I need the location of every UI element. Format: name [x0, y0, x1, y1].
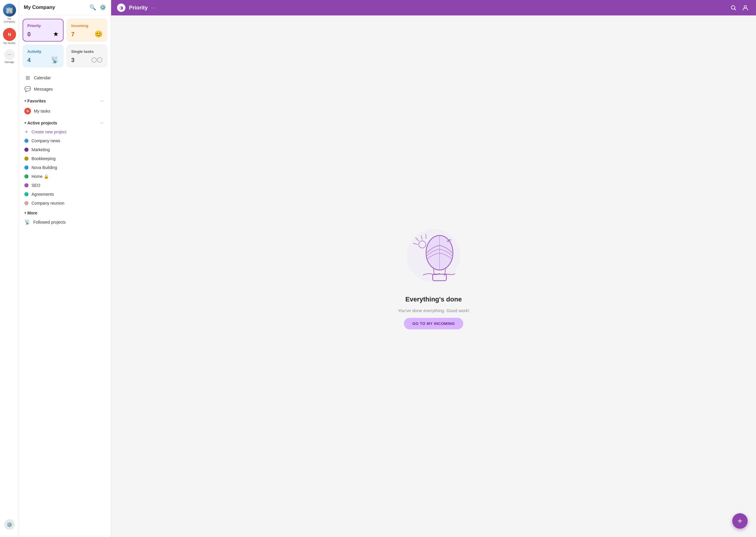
card-priority[interactable]: Priority 0 ★	[22, 19, 64, 42]
project-label-company-news: Company news	[31, 139, 60, 143]
topbar-search-button[interactable]	[729, 3, 738, 13]
topbar-profile-button[interactable]	[740, 3, 750, 13]
more-label: More	[27, 211, 37, 215]
sidebar-item-my-nozbe[interactable]: N My Nozbe	[2, 27, 17, 46]
topbar-right	[729, 3, 750, 13]
content-area: Everything's done You've done everything…	[111, 16, 756, 537]
favorites-more-button[interactable]: ···	[98, 98, 106, 104]
fab-add-button[interactable]: +	[732, 513, 748, 529]
project-item-bookkeeping[interactable]: Bookkeeping	[22, 154, 107, 163]
project-label-seo: SEO	[31, 183, 40, 188]
svg-point-6	[744, 6, 746, 8]
project-label-home: Home 🔒	[31, 174, 49, 179]
project-item-company-reunion[interactable]: Company reunion	[22, 199, 107, 208]
balloon-illustration	[401, 223, 466, 288]
my-tasks-label: My tasks	[34, 109, 50, 113]
favorites-chevron-icon: ▾	[24, 99, 26, 103]
project-dot-bookkeeping	[24, 156, 28, 161]
topbar-left: ◑ Priority ···	[117, 4, 156, 12]
incoming-smiley-icon: 😊	[95, 30, 103, 38]
svg-line-11	[426, 234, 426, 238]
active-projects-more-button[interactable]: ···	[98, 120, 106, 126]
svg-line-5	[734, 9, 736, 10]
project-label-company-reunion: Company reunion	[31, 201, 65, 206]
manage-dots-icon: ···	[4, 49, 15, 60]
nav-item-messages[interactable]: 💬 Messages	[22, 83, 107, 95]
active-projects-toggle[interactable]: ▾ Active projects	[24, 121, 57, 125]
search-icon[interactable]: 🔍	[89, 4, 96, 11]
settings-icon[interactable]: ⚙️	[100, 4, 106, 11]
my-tasks-avatar: N	[24, 108, 31, 114]
icon-bar: 🏢 My Company N My Nozbe ··· Manage ⚙️	[0, 0, 19, 537]
project-dot-agreements	[24, 192, 28, 196]
project-item-seo[interactable]: SEO	[22, 181, 107, 190]
sidebar-title: My Company	[24, 4, 55, 10]
more-section-header[interactable]: ▾ More	[22, 208, 107, 217]
active-projects-label: Active projects	[27, 121, 57, 125]
settings-icon: ⚙️	[4, 519, 15, 530]
card-activity-count: 4	[27, 57, 31, 63]
topbar-title: Priority	[129, 5, 148, 11]
favorites-toggle[interactable]: ▾ Favorites	[24, 99, 46, 103]
project-label-nova-building: Nova Building	[31, 165, 57, 170]
sidebar: My Company 🔍 ⚙️ Priority 0 ★ Incoming 7 …	[19, 0, 111, 537]
card-activity-bottom: 4 📡	[27, 56, 59, 64]
nav-calendar-label: Calendar	[34, 75, 51, 80]
project-label-agreements: Agreements	[31, 192, 54, 197]
project-dot-company-news	[24, 139, 28, 143]
company-label: My Company	[3, 17, 16, 23]
active-projects-section-header: ▾ Active projects ···	[22, 117, 107, 127]
project-dot-home	[24, 174, 28, 179]
followed-projects-item[interactable]: 📡 Followed projects	[22, 217, 107, 227]
sidebar-content: Priority 0 ★ Incoming 7 😊 Activity 4 📡	[19, 15, 111, 537]
sidebar-item-my-company[interactable]: 🏢 My Company	[2, 2, 17, 24]
create-new-project-item[interactable]: + Create new project	[22, 127, 107, 136]
nav-item-calendar[interactable]: ⊞ Calendar	[22, 72, 107, 83]
card-single-tasks-count: 3	[71, 57, 74, 63]
card-incoming-label: Incoming	[71, 23, 103, 28]
project-item-marketing[interactable]: Marketing	[22, 145, 107, 154]
card-priority-label: Priority	[27, 23, 59, 28]
nav-item-my-tasks[interactable]: N My tasks	[22, 105, 107, 117]
sidebar-header-icons: 🔍 ⚙️	[89, 4, 106, 11]
svg-text:N: N	[26, 109, 28, 113]
favorites-section-header: ▾ Favorites ···	[22, 95, 107, 105]
topbar-logo: ◑	[117, 4, 125, 12]
empty-state: Everything's done You've done everything…	[398, 223, 469, 329]
sidebar-item-manage[interactable]: ··· Manage	[2, 48, 17, 65]
project-dot-company-reunion	[24, 201, 28, 205]
empty-state-title: Everything's done	[405, 296, 462, 303]
project-item-nova-building[interactable]: Nova Building	[22, 163, 107, 172]
project-item-home[interactable]: Home 🔒	[22, 172, 107, 181]
project-item-company-news[interactable]: Company news	[22, 136, 107, 145]
card-activity[interactable]: Activity 4 📡	[22, 45, 64, 67]
card-priority-bottom: 0 ★	[27, 30, 59, 38]
go-to-incoming-button[interactable]: GO TO MY INCOMING	[404, 318, 463, 329]
activity-signal-icon: 📡	[51, 56, 59, 64]
create-project-label: Create new project	[31, 130, 67, 134]
card-activity-label: Activity	[27, 49, 59, 54]
project-dot-seo	[24, 183, 28, 187]
card-incoming-bottom: 7 😊	[71, 30, 103, 38]
followed-projects-label: Followed projects	[33, 220, 66, 225]
cards-grid: Priority 0 ★ Incoming 7 😊 Activity 4 📡	[22, 19, 107, 67]
project-item-agreements[interactable]: Agreements	[22, 190, 107, 199]
card-incoming-count: 7	[71, 31, 74, 38]
company-avatar: 🏢	[3, 4, 16, 17]
single-tasks-cluster-icon: ⬡⬡	[91, 56, 103, 64]
nozbe-avatar: N	[3, 28, 16, 41]
project-dot-marketing	[24, 147, 28, 152]
nozbe-label: My Nozbe	[3, 42, 16, 45]
empty-state-subtitle: You've done everything. Good work!	[398, 308, 469, 313]
sidebar-header: My Company 🔍 ⚙️	[19, 0, 111, 15]
sidebar-item-settings[interactable]: ⚙️	[2, 518, 17, 531]
card-incoming[interactable]: Incoming 7 😊	[67, 19, 108, 42]
card-single-tasks[interactable]: Single tasks 3 ⬡⬡	[67, 45, 108, 67]
manage-label: Manage	[4, 61, 14, 63]
card-single-tasks-bottom: 3 ⬡⬡	[71, 56, 103, 64]
favorites-label: Favorites	[27, 99, 46, 103]
create-plus-icon: +	[24, 130, 28, 134]
topbar-more-button[interactable]: ···	[151, 5, 156, 11]
active-projects-chevron-icon: ▾	[24, 121, 26, 125]
topbar: ◑ Priority ···	[111, 0, 756, 16]
